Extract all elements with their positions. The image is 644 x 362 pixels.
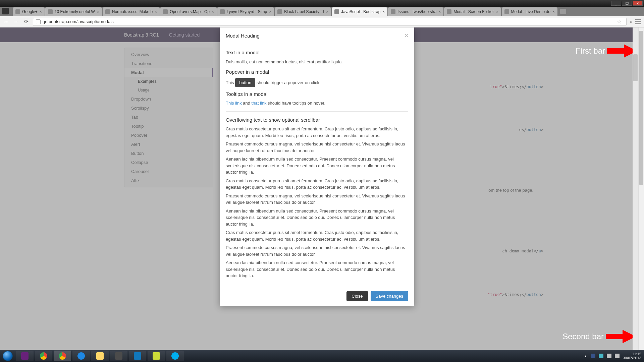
new-tab-button[interactable] [560,9,566,14]
tab-label: Normalize.css: Make b [112,9,153,14]
tray-clock[interactable]: 11:1530/07/2013 [623,352,641,360]
modal-text: Praesent commodo cursus magna, vel scele… [226,244,408,257]
taskbar-app-explorer[interactable] [91,351,109,361]
tab-close-icon[interactable]: × [97,9,99,14]
annotation-first-bar: First bar [576,44,637,58]
maximize-button[interactable]: ❐ [622,1,632,6]
modal-body: Text in a modal Duis mollis, est non com… [220,44,414,286]
modal-header: Modal Heading × [220,27,414,44]
back-button[interactable]: ← [3,18,9,25]
url-text: getbootstrap.com/javascript/#modals [43,19,114,24]
taskbar-app-ie[interactable] [72,351,90,361]
tooltip-link[interactable]: This link [226,101,242,106]
tab-close-icon[interactable]: × [40,9,42,14]
tab-close-icon[interactable]: × [438,9,441,14]
tab-close-icon[interactable]: × [326,9,328,14]
tray-chevron-icon[interactable]: ▲ [584,354,587,358]
tray-volume-icon[interactable] [615,354,620,358]
taskbar-app-chrome-active[interactable] [54,351,71,361]
taskbar-app-notes[interactable] [148,351,165,361]
start-button[interactable] [0,350,15,362]
modal-text: Duis mollis, est non commodo luctus, nis… [226,59,408,65]
window-titlebar: _ ❐ ✕ [0,0,644,7]
system-tray: ▲ 11:1530/07/2013 [584,352,644,360]
browser-tabstrip: Google+×10 Extremely useful W×Normalize.… [0,7,644,16]
tab-label: Modal - Live Demo do [511,9,550,14]
tooltip-link[interactable]: that link [252,101,267,106]
browser-tab[interactable]: Black Label Society - I× [275,7,331,16]
tab-label: JavaScript · Bootstrap [341,9,380,14]
browser-toolbar: ← → ⟳ getbootstrap.com/javascript/#modal… [0,16,644,27]
tray-sync-icon[interactable] [599,354,603,358]
favicon-icon [447,9,451,14]
modal-text: This link and that link should have tool… [226,100,408,107]
modal-title: Modal Heading [226,33,260,39]
browser-tab[interactable]: Modal - Live Demo do× [502,7,557,16]
arrow-icon [606,330,636,343]
tab-close-icon[interactable]: × [382,9,385,14]
tab-close-icon[interactable]: × [496,9,498,14]
modal-text: Cras mattis consectetur purus sit amet f… [226,126,408,139]
bookmark-star-icon[interactable]: ☆ [617,18,622,25]
browser-tab[interactable]: OpenLayers.Map - Op× [160,7,217,16]
favicon-icon [391,9,395,14]
browser-tab[interactable]: Modal - Screen Flicker× [444,7,501,16]
tab-label: Modal - Screen Flicker [453,9,494,14]
outer-scrollbar[interactable] [638,27,644,350]
overflow-chevron-icon[interactable]: » [630,20,632,24]
chrome-menu-icon[interactable] [635,19,641,24]
popover-button[interactable]: button [235,78,255,87]
modal-text: Aenean lacinia bibendum nulla sed consec… [226,259,408,279]
browser-tab[interactable]: Lynyrd Skynyrd - Simp× [217,7,274,16]
tab-close-icon[interactable]: × [212,9,214,14]
address-bar[interactable]: getbootstrap.com/javascript/#modals ☆ [33,18,627,26]
inner-scrollbar[interactable] [633,27,638,350]
modal-footer: Close Save changes [220,286,414,306]
favicon-icon [163,9,168,14]
tab-label: Black Label Society - I [284,9,324,14]
tab-label: Issues · twbs/bootstra [397,9,436,14]
tray-facebook-icon[interactable] [591,354,595,358]
window-close-button[interactable]: ✕ [633,1,643,6]
forward-button[interactable]: → [13,18,19,25]
browser-tab[interactable]: Issues · twbs/bootstra× [388,7,443,16]
tab-label: Google+ [22,9,38,14]
modal-text: Aenean lacinia bibendum nulla sed consec… [226,208,408,228]
taskbar-app-chrome[interactable] [35,351,52,361]
favicon-icon [48,9,53,14]
browser-tab[interactable]: Normalize.css: Make b× [103,7,160,16]
windows-orb-icon [3,351,13,361]
page-viewport: Bootstrap 3 RC1 Getting started Overview… [0,27,644,350]
tab-label: OpenLayers.Map - Op [170,9,210,14]
favicon-icon [277,9,282,14]
divider [226,111,408,112]
tab-close-icon[interactable]: × [269,9,271,14]
taskbar-app-skype[interactable] [166,351,184,361]
taskbar-app-sublime[interactable] [110,351,127,361]
site-icon [36,19,41,24]
reload-button[interactable]: ⟳ [23,18,30,25]
tray-power-icon[interactable] [607,354,611,358]
save-changes-button[interactable]: Save changes [371,291,408,301]
favicon-icon [15,9,20,14]
modal-heading: Tooltips in a modal [226,90,408,98]
modal-heading: Popover in a modal [226,68,408,76]
close-button[interactable]: Close [346,291,368,301]
browser-tab[interactable]: Google+× [13,7,45,16]
modal-close-icon[interactable]: × [405,32,408,39]
tab-close-icon[interactable]: × [552,9,555,14]
taskbar-app-powershell[interactable] [129,351,146,361]
taskbar-app-vs[interactable] [16,351,34,361]
tab-label: 10 Extremely useful W [55,9,95,14]
modal-text: Aenean lacinia bibendum nulla sed consec… [226,156,408,176]
modal-dialog: Modal Heading × Text in a modal Duis mol… [220,27,414,306]
annotation-second-bar: Second bar [562,330,636,343]
browser-tab[interactable]: 10 Extremely useful W× [45,7,102,16]
favicon-icon [334,9,339,14]
tab-close-icon[interactable]: × [155,9,157,14]
windows-taskbar: ▲ 11:1530/07/2013 [0,350,644,362]
browser-tab[interactable]: JavaScript · Bootstrap× [332,7,387,16]
modal-text: Praesent commodo cursus magna, vel scele… [226,193,408,206]
minimize-button[interactable]: _ [611,1,621,6]
modal-text: Cras mattis consectetur purus sit amet f… [226,178,408,191]
